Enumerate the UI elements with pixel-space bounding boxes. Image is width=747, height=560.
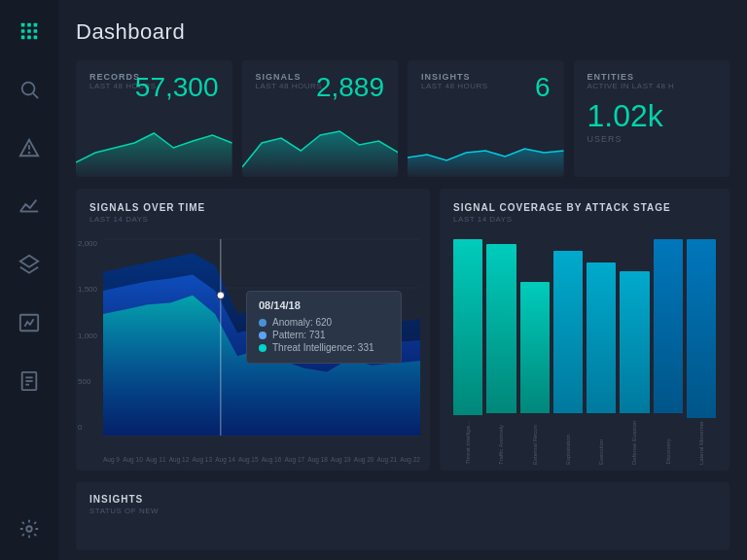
entities-label: ENTITIES [587,72,717,82]
signals-over-time-card: SIGNALS OVER TIME LAST 14 DAYS 2,000 1,5… [76,189,430,471]
tooltip-threat-label: Threat Intelligence: 331 [272,342,374,353]
records-chart [76,114,232,177]
insights-subtitle: STATUS OF NEW [89,507,716,515]
bar-exploitation-fill [553,251,583,413]
insights-sparkline [408,114,564,177]
signals-value: 2,889 [316,74,384,101]
signals-chart-subtitle: LAST 14 DAYS [89,215,416,224]
insights-label: INSIGHTS [421,72,551,82]
entities-sub: USERS [587,134,717,144]
chart-tooltip: 08/14/18 Anomaly: 620 Pattern: 731 Threa… [246,291,402,364]
bar-threat-intel-fill [453,239,482,415]
svg-rect-4 [27,29,31,33]
svg-marker-24 [408,149,564,177]
bar-execution: Execution [587,239,616,465]
svg-marker-15 [20,256,38,267]
svg-rect-5 [34,29,38,33]
sidebar-item-alerts[interactable] [14,132,45,163]
tooltip-anomaly: Anomaly: 620 [259,317,389,328]
bar-recon-label: External Recon [532,416,538,465]
bar-exploitation: Exploitation [553,239,583,465]
coverage-title: SIGNAL COVERAGE BY ATTACK STAGE [453,202,716,213]
entities-value: 1.02k [587,98,717,134]
y-axis-labels: 2,000 1,500 1,000 500 0 [76,239,97,432]
signals-sparkline [242,114,399,177]
bar-execution-label: Execution [598,416,604,465]
entities-card: ENTITIES ACTIVE IN LAST 48 H 1.02k USERS [574,60,730,177]
tooltip-anomaly-label: Anomaly: 620 [272,317,332,328]
bar-threat-intel-label: Threat Intellige... [465,418,471,465]
records-value: 57,300 [135,74,219,101]
sidebar-item-charts[interactable] [14,191,45,222]
bar-traffic-anomaly: Traffic Anomaly [486,239,516,465]
sidebar-item-settings[interactable] [14,513,45,544]
charts-row: SIGNALS OVER TIME LAST 14 DAYS 2,000 1,5… [76,189,729,471]
svg-rect-8 [34,36,38,40]
svg-point-21 [26,526,32,532]
stat-cards-row: RECORDS LAST 48 HOURS 57,300 SIGNA [76,60,729,177]
x-axis-labels: Aug 9 Aug 10 Aug 11 Aug 12 Aug 13 Aug 14… [103,456,420,463]
sidebar [0,0,58,560]
bar-execution-fill [587,262,616,413]
bar-lateral-label: Lateral Movement [698,421,704,465]
tooltip-pattern-label: Pattern: 731 [272,330,325,340]
bar-evasion-label: Defense Evasion [631,416,637,465]
svg-rect-0 [21,23,25,27]
bar-evasion-fill [620,271,649,413]
records-card: RECORDS LAST 48 HOURS 57,300 [76,60,232,177]
main-content: Dashboard RECORDS LAST 48 HOURS 57,300 [58,0,747,560]
tooltip-pattern-dot [259,332,267,339]
svg-point-13 [29,153,30,154]
coverage-card: SIGNAL COVERAGE BY ATTACK STAGE LAST 14 … [440,189,729,471]
insights-sublabel: LAST 48 HOURS [421,82,551,90]
svg-marker-22 [76,133,232,177]
sidebar-item-documents[interactable] [14,366,45,397]
bar-traffic-fill [486,244,516,413]
svg-rect-7 [27,36,31,40]
coverage-subtitle: LAST 14 DAYS [453,215,716,224]
sidebar-item-search[interactable] [14,74,45,105]
svg-point-34 [217,292,225,299]
svg-rect-1 [27,23,31,27]
bar-lateral-movement: Lateral Movement [687,239,716,465]
bar-threat-intel: Threat Intellige... [453,239,482,465]
sidebar-item-grid[interactable] [14,16,45,47]
bar-defense-evasion: Defense Evasion [620,239,649,465]
tooltip-pattern: Pattern: 731 [259,330,389,340]
entities-sublabel: ACTIVE IN LAST 48 H [587,82,717,90]
svg-marker-23 [242,131,399,177]
tooltip-date: 08/14/18 [259,299,389,311]
insights-card: INSIGHTS LAST 48 HOURS 6 [408,60,564,177]
svg-rect-2 [34,23,38,27]
bar-lateral-fill [687,239,716,418]
svg-point-9 [22,83,35,95]
bar-recon-fill [520,282,550,413]
signals-chart-title: SIGNALS OVER TIME [89,202,416,213]
svg-rect-6 [21,36,25,40]
sidebar-item-trending[interactable] [14,307,45,338]
insights-title: INSIGHTS [89,494,716,505]
signals-card: SIGNALS LAST 48 HOURS 2,889 [242,60,399,177]
bar-exploitation-label: Exploitation [565,416,571,465]
bar-external-recon: External Recon [520,239,550,465]
bar-discovery: Discovery [654,239,683,465]
svg-line-10 [33,93,38,98]
insights-value: 6 [535,74,551,101]
page-title: Dashboard [76,19,729,45]
tooltip-anomaly-dot [259,319,267,327]
coverage-bars: Threat Intellige... Traffic Anomaly Exte… [453,239,716,465]
svg-rect-3 [21,29,25,33]
tooltip-threat-dot [259,344,267,352]
bar-discovery-fill [654,239,683,413]
bar-traffic-label: Traffic Anomaly [498,416,504,465]
tooltip-threat-intel: Threat Intelligence: 331 [259,342,389,353]
insights-section: INSIGHTS STATUS OF NEW [76,482,729,550]
sidebar-item-layers[interactable] [14,249,45,280]
bar-discovery-label: Discovery [665,416,671,465]
